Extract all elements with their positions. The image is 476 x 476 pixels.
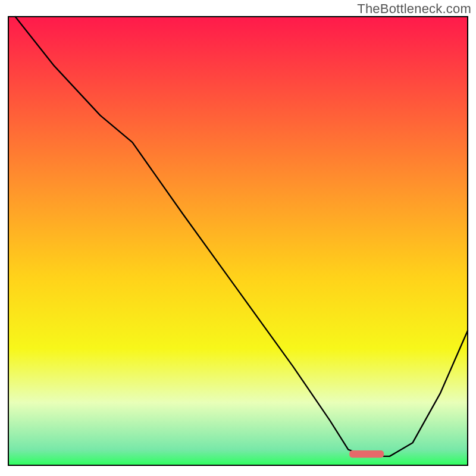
chart-svg xyxy=(0,0,476,476)
watermark-text: TheBottleneck.com xyxy=(357,1,471,17)
gradient-background xyxy=(8,17,468,465)
target-segment xyxy=(349,450,384,458)
bottleneck-chart: TheBottleneck.com xyxy=(0,0,476,476)
